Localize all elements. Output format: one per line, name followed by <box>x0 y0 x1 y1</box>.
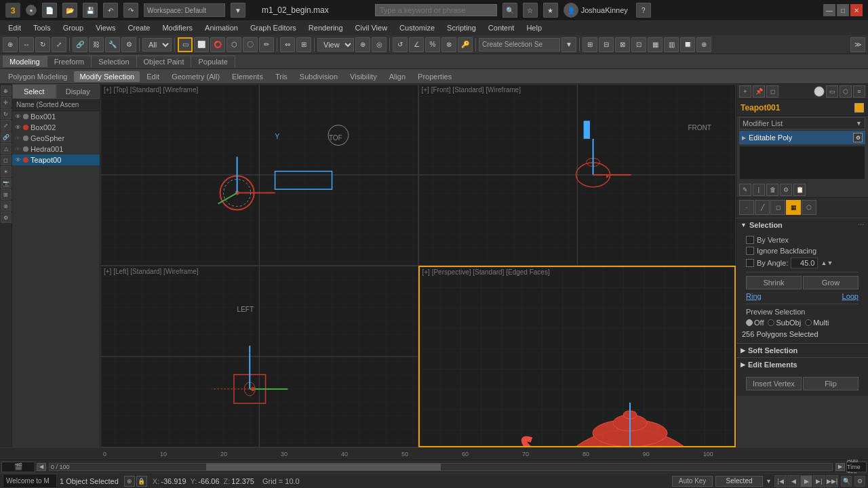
lt-rotate-icon[interactable]: ↻ <box>1 108 12 119</box>
tb-fence-sel[interactable]: ⬡ <box>226 37 241 52</box>
rp-sel-icon[interactable]: | <box>753 184 765 196</box>
help-star1[interactable]: ☆ <box>523 3 538 18</box>
modifier-list-header[interactable]: Modifier List ▼ <box>739 117 865 129</box>
tb-bind-btn[interactable]: 🔧 <box>105 37 120 52</box>
viewport-front[interactable]: [+] [Front] [Standard] [Wireframe] <box>418 84 736 266</box>
lt-lights-icon[interactable]: ☀ <box>1 166 12 177</box>
select-tab[interactable]: Select <box>12 84 56 99</box>
tb-paint-sel[interactable]: ✏ <box>259 37 274 52</box>
by-vertex-checkbox[interactable] <box>746 236 754 244</box>
tb-more-btn[interactable]: ≫ <box>850 37 865 52</box>
display-tab[interactable]: Display <box>56 84 100 99</box>
lt-shapes-icon[interactable]: ◻ <box>1 155 12 165</box>
lt-geom-icon[interactable]: △ <box>1 143 12 154</box>
tb-array-btn[interactable]: ⊞ <box>296 37 311 52</box>
menu-item-scripting[interactable]: Scripting <box>441 22 481 33</box>
save-file-btn[interactable]: 💾 <box>83 3 98 18</box>
rp-sphere-icon[interactable] <box>814 86 825 97</box>
tl-next-btn[interactable]: ▶ <box>835 463 845 471</box>
element-btn[interactable]: ⬡ <box>802 200 816 215</box>
tb-rotate-btn[interactable]: ↻ <box>35 37 50 52</box>
menu-item-tools[interactable]: Tools <box>28 22 56 33</box>
prev-frame-btn[interactable]: ◀ <box>787 475 800 487</box>
auto-key-btn[interactable]: Auto Key <box>672 476 713 487</box>
menu-item-civil-view[interactable]: Civil View <box>350 22 393 33</box>
tb-ref-coord[interactable]: ⊕ <box>355 37 370 52</box>
help-btn[interactable]: ? <box>636 3 651 18</box>
tb-percent-snap[interactable]: % <box>425 37 440 52</box>
tb-scale-btn[interactable]: ⤢ <box>52 37 66 52</box>
create-selection-btn[interactable]: Create Selection Se <box>479 38 560 52</box>
rp-flat-icon[interactable]: ▭ <box>826 85 838 98</box>
rp-mode-icon[interactable]: ≡ <box>853 85 865 98</box>
filter-select[interactable]: All <box>142 38 172 52</box>
by-angle-checkbox[interactable] <box>746 259 754 267</box>
poly-btn[interactable]: ▦ <box>786 200 801 215</box>
viewport-perspective[interactable]: [+] [Perspective] [Standard] [Edged Face… <box>418 266 736 447</box>
mod-tab-modeling[interactable]: Modeling <box>3 56 47 67</box>
close-btn[interactable]: ✕ <box>850 4 863 16</box>
selected-arrow[interactable]: ▼ <box>766 478 772 485</box>
soft-selection-header[interactable]: ▶ Soft Selection <box>736 344 868 357</box>
menu-item-help[interactable]: Help <box>521 22 547 33</box>
tb-layers-btn[interactable]: ⊞ <box>583 37 597 52</box>
loop-link[interactable]: Loop <box>842 292 859 300</box>
search-btn[interactable]: 🔍 <box>502 3 517 18</box>
lt-systems-icon[interactable]: ⚙ <box>1 212 12 223</box>
tb-layers7-btn[interactable]: 🔲 <box>680 37 695 52</box>
tb-select-btn[interactable]: ⊕ <box>3 37 18 52</box>
tb-key-snap[interactable]: 🔑 <box>458 37 473 52</box>
lt-spacewarps-icon[interactable]: ⊛ <box>1 201 12 211</box>
tb-angle-snap[interactable]: ∠ <box>409 37 424 52</box>
lt-scale-icon[interactable]: ⤢ <box>1 120 12 131</box>
workspace-arrow[interactable]: ▼ <box>231 3 245 18</box>
sub-tab-polygon-modeling[interactable]: Polygon Modeling <box>3 71 73 82</box>
lt-link-icon[interactable]: 🔗 <box>1 131 12 142</box>
rp-clipboard-icon[interactable]: 📋 <box>793 184 806 196</box>
menu-item-animation[interactable]: Animation <box>199 22 243 33</box>
last-frame-btn[interactable]: ▶▶| <box>826 475 838 487</box>
open-file-btn[interactable]: 📂 <box>62 3 77 18</box>
tb-mirror-btn[interactable]: ⇔ <box>280 37 295 52</box>
tb-unlink-btn[interactable]: ⛓ <box>89 37 104 52</box>
tb-small-icon[interactable]: ● <box>26 5 37 16</box>
object-color-swatch[interactable] <box>854 103 864 113</box>
redo-btn[interactable]: ↷ <box>123 3 138 18</box>
off-radio[interactable]: Off <box>746 319 764 327</box>
tb-sel-btn[interactable]: ▭ <box>178 37 193 52</box>
lt-select-icon[interactable]: ⊕ <box>1 85 12 96</box>
tb-layers5-btn[interactable]: ▦ <box>648 37 663 52</box>
new-file-btn[interactable]: 📄 <box>42 3 57 18</box>
list-item-box001[interactable]: 👁 Box001 <box>12 111 100 122</box>
sub-tab-elements[interactable]: Elements <box>226 71 269 82</box>
editable-poly-item[interactable]: ▶ Editable Poly ⚙ <box>739 131 865 144</box>
minimize-btn[interactable]: — <box>823 4 835 16</box>
sub-tab-align[interactable]: Align <box>384 71 411 82</box>
create-sel-arrow[interactable]: ▼ <box>561 37 576 52</box>
first-frame-btn[interactable]: |◀ <box>774 475 787 487</box>
tb-lasso-sel[interactable]: 〇 <box>243 37 258 52</box>
help-star2[interactable]: ★ <box>543 3 558 18</box>
tb-layers3-btn[interactable]: ⊠ <box>615 37 630 52</box>
sub-tab-geometry-(all)[interactable]: Geometry (All) <box>166 71 225 82</box>
tb-layers4-btn[interactable]: ⊡ <box>631 37 646 52</box>
tb-layers8-btn[interactable]: ⊕ <box>696 37 711 52</box>
edit-elements-header[interactable]: ▶ Edit Elements <box>736 358 868 371</box>
sub-tab-visibility[interactable]: Visibility <box>344 71 382 82</box>
rp-obj-icon[interactable]: ◻ <box>766 85 778 98</box>
tb-link-btn[interactable]: 🔗 <box>73 37 87 52</box>
rp-wire-icon[interactable]: ⬡ <box>840 85 852 98</box>
subobj-radio[interactable]: SubObj <box>768 319 801 327</box>
viewport-top[interactable]: [+] [Top] [Standard] [Wireframe] Y <box>100 84 418 266</box>
key-filters-icon[interactable]: 🔍 <box>841 476 852 487</box>
maximize-btn[interactable]: □ <box>837 4 849 16</box>
flip-btn[interactable]: Flip <box>803 377 859 390</box>
rp-pin-icon[interactable]: 📌 <box>753 85 765 98</box>
list-item-hedra[interactable]: 👁 Hedra001 <box>12 144 100 155</box>
lock-icon[interactable]: 🔒 <box>136 476 147 487</box>
mod-tab-populate[interactable]: Populate <box>191 56 235 67</box>
sub-tab-subdivision[interactable]: Subdivision <box>294 71 343 82</box>
menu-item-modifiers[interactable]: Modifiers <box>157 22 198 33</box>
play-btn[interactable]: ▶ <box>800 475 812 487</box>
sort-header[interactable]: Name (Sorted Ascen <box>12 99 100 111</box>
